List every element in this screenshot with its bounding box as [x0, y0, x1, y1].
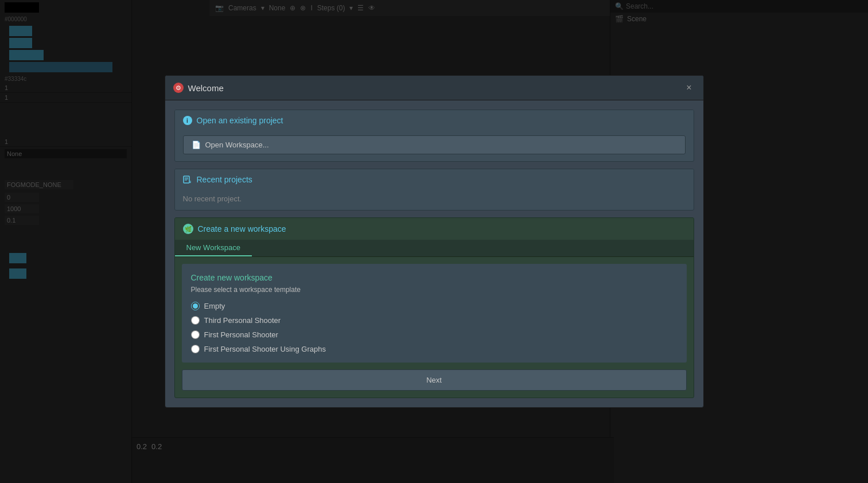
open-project-section: i Open an existing project 📄 Open Worksp…	[174, 110, 694, 162]
template-first-ps-graphs-item[interactable]: First Personal Shooter Using Graphs	[191, 345, 678, 353]
file-icon: 📄	[192, 141, 201, 149]
recent-projects-title: Recent projects	[197, 175, 252, 184]
recent-projects-icon	[183, 175, 192, 184]
create-workspace-section: 🌿 Create a new workspace New Workspace C…	[174, 217, 694, 398]
info-icon: i	[183, 116, 192, 125]
open-project-body: 📄 Open Workspace...	[175, 131, 694, 161]
tab-new-workspace-label: New Workspace	[186, 243, 240, 252]
no-recent-text: No recent project.	[183, 194, 242, 203]
template-first-ps-graphs-label: First Personal Shooter Using Graphs	[204, 345, 326, 353]
tab-new-workspace[interactable]: New Workspace	[175, 240, 252, 256]
template-empty-radio[interactable]	[191, 302, 200, 310]
next-button[interactable]: Next	[182, 369, 687, 391]
welcome-modal: ⚙ Welcome × i Open an existing project 📄…	[165, 75, 704, 408]
svg-rect-0	[184, 176, 189, 183]
workspace-form: Create new workspace Please select a wor…	[182, 264, 687, 363]
open-workspace-button[interactable]: 📄 Open Workspace...	[183, 135, 686, 154]
recent-projects-section: Recent projects No recent project.	[174, 169, 694, 211]
recent-projects-body: No recent project.	[175, 190, 694, 210]
welcome-gear-icon: ⚙	[173, 83, 184, 93]
template-third-ps-radio[interactable]	[191, 316, 200, 325]
open-project-title: Open an existing project	[197, 116, 283, 125]
open-project-header: i Open an existing project	[175, 110, 694, 131]
template-radio-group: Empty Third Personal Shooter First Perso…	[191, 302, 678, 353]
create-workspace-header: 🌿 Create a new workspace	[175, 218, 694, 240]
modal-title: Welcome	[188, 83, 224, 93]
create-workspace-title: Create a new workspace	[198, 224, 286, 233]
form-title: Create new workspace	[191, 273, 678, 282]
template-first-ps-label: First Personal Shooter	[204, 330, 278, 339]
modal-header-left: ⚙ Welcome	[173, 83, 224, 93]
template-first-ps-graphs-radio[interactable]	[191, 345, 200, 353]
form-subtitle: Please select a workspace template	[191, 286, 678, 294]
open-workspace-label: Open Workspace...	[205, 141, 269, 149]
modal-body: i Open an existing project 📄 Open Worksp…	[165, 100, 703, 407]
modal-header: ⚙ Welcome ×	[165, 76, 703, 100]
recent-projects-header: Recent projects	[175, 169, 694, 190]
template-third-ps-label: Third Personal Shooter	[204, 316, 281, 325]
modal-close-button[interactable]: ×	[683, 81, 695, 94]
new-workspace-icon: 🌿	[183, 224, 193, 234]
template-empty-item[interactable]: Empty	[191, 302, 678, 310]
template-first-ps-radio[interactable]	[191, 330, 200, 339]
template-third-ps-item[interactable]: Third Personal Shooter	[191, 316, 678, 325]
workspace-tabs: New Workspace	[175, 240, 694, 257]
template-empty-label: Empty	[204, 302, 225, 310]
template-first-ps-item[interactable]: First Personal Shooter	[191, 330, 678, 339]
